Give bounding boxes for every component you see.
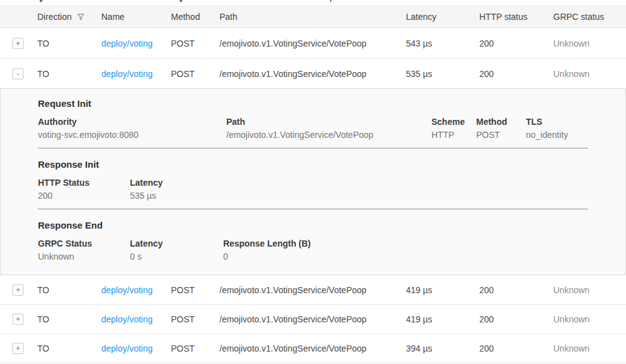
field-value-tls: no_identity (526, 130, 625, 140)
field-label-latency: Latency (130, 239, 223, 248)
field-label-method: Method (476, 117, 526, 127)
grpc-status-cell: Unknown (553, 39, 626, 48)
direction-cell: TO (37, 285, 101, 295)
resource-link[interactable]: deploy/voting (101, 314, 153, 324)
expand-row-button[interactable]: + (12, 284, 24, 296)
response-init-fields: HTTP Status 200 Latency 535 µs (38, 178, 625, 201)
expand-row-button[interactable]: + (12, 343, 24, 354)
latency-cell: 535 µs (406, 69, 479, 79)
response-init-title: Response Init (38, 159, 625, 170)
method-cell: POST (171, 69, 219, 79)
field-label-scheme: Scheme (431, 117, 476, 127)
expand-row-button[interactable]: + (12, 38, 24, 49)
col-header-method: Method (171, 12, 219, 22)
expand-row-button[interactable]: + (12, 314, 24, 325)
table-row: + TO deploy/voting POST /emojivoto.v1.Vo… (0, 275, 626, 305)
col-header-latency: Latency (406, 12, 479, 22)
request-init-fields: Authority voting-svc.emojivoto:8080 Path… (38, 117, 625, 140)
panel-divider (38, 209, 588, 209)
cropped-text-artifact (330, 0, 331, 2)
resource-link[interactable]: deploy/voting (101, 285, 153, 295)
direction-cell: TO (37, 69, 101, 79)
field-label-latency: Latency (130, 178, 625, 188)
col-header-http-status: HTTP status (479, 12, 553, 22)
latency-cell: 394 µs (406, 344, 479, 353)
tap-results-page: Direction Name Method Path Latency HTTP … (0, 0, 626, 364)
resource-link[interactable]: deploy/voting (101, 344, 153, 353)
cropped-text-artifact (40, 0, 42, 2)
cropped-text-artifact (180, 0, 182, 2)
resource-link[interactable]: deploy/voting (101, 39, 153, 48)
method-cell: POST (171, 39, 219, 48)
field-value-latency: 0 s (130, 252, 223, 262)
latency-cell: 543 µs (406, 39, 479, 48)
grpc-status-cell: Unknown (553, 285, 626, 295)
col-header-path: Path (219, 12, 406, 22)
field-label-tls: TLS (526, 117, 625, 127)
direction-cell: TO (37, 344, 101, 353)
response-end-fields: GRPC Status Unknown Latency 0 s Response… (38, 239, 625, 262)
table-row: + TO deploy/voting POST /emojivoto.v1.Vo… (0, 305, 626, 334)
field-label-http-status: HTTP Status (38, 178, 130, 188)
method-cell: POST (171, 314, 219, 324)
field-label-grpc-status: GRPC Status (38, 239, 130, 248)
path-cell: /emojivoto.v1.VotingService/VotePoop (219, 39, 406, 48)
grpc-status-cell: Unknown (553, 344, 626, 353)
path-cell: /emojivoto.v1.VotingService/VotePoop (219, 314, 406, 324)
path-cell: /emojivoto.v1.VotingService/VotePoop (219, 69, 406, 79)
method-cell: POST (171, 344, 219, 353)
field-value-scheme: HTTP (431, 130, 476, 140)
field-value-grpc-status: Unknown (38, 252, 130, 262)
path-cell: /emojivoto.v1.VotingService/VotePoop (219, 344, 406, 353)
http-status-cell: 200 (479, 314, 553, 324)
table-row: + TO deploy/voting POST /emojivoto.v1.Vo… (0, 334, 626, 363)
http-status-cell: 200 (479, 69, 553, 79)
table-header-row: Direction Name Method Path Latency HTTP … (0, 6, 626, 28)
direction-cell: TO (37, 314, 101, 324)
method-cell: POST (171, 285, 219, 295)
latency-cell: 419 µs (406, 314, 479, 324)
http-status-cell: 200 (479, 285, 553, 295)
field-label-authority: Authority (38, 117, 226, 127)
field-value-authority: voting-svc.emojivoto:8080 (38, 130, 226, 140)
collapse-row-button[interactable]: - (12, 68, 24, 80)
filter-icon[interactable] (76, 12, 85, 21)
field-value-response-length: 0 (223, 252, 625, 262)
field-value-method: POST (476, 130, 526, 140)
direction-cell: TO (37, 39, 101, 48)
http-status-cell: 200 (479, 39, 553, 48)
grpc-status-cell: Unknown (553, 69, 626, 79)
col-header-direction: Direction (37, 12, 101, 22)
col-header-name: Name (101, 12, 171, 22)
table-row: + TO deploy/voting POST /emojivoto.v1.Vo… (0, 28, 626, 59)
col-header-grpc-status: GRPC status (553, 12, 626, 22)
grpc-status-cell: Unknown (553, 314, 626, 324)
field-value-path: /emojivoto.v1.VotingService/VotePoop (226, 130, 431, 140)
path-cell: /emojivoto.v1.VotingService/VotePoop (219, 285, 406, 295)
request-detail-panel: Request Init Authority voting-svc.emojiv… (0, 88, 626, 275)
table-row: - TO deploy/voting POST /emojivoto.v1.Vo… (0, 59, 626, 88)
field-label-response-length: Response Length (B) (223, 239, 625, 248)
request-init-title: Request Init (38, 98, 625, 109)
panel-divider (38, 148, 588, 148)
col-header-direction-label: Direction (37, 12, 71, 22)
field-label-path: Path (226, 117, 431, 127)
response-end-title: Response End (38, 220, 625, 230)
field-value-latency: 535 µs (130, 191, 625, 201)
latency-cell: 419 µs (406, 285, 479, 295)
cropped-content-strip (0, 0, 626, 6)
http-status-cell: 200 (479, 344, 553, 353)
resource-link[interactable]: deploy/voting (101, 69, 153, 79)
field-value-http-status: 200 (38, 191, 130, 201)
